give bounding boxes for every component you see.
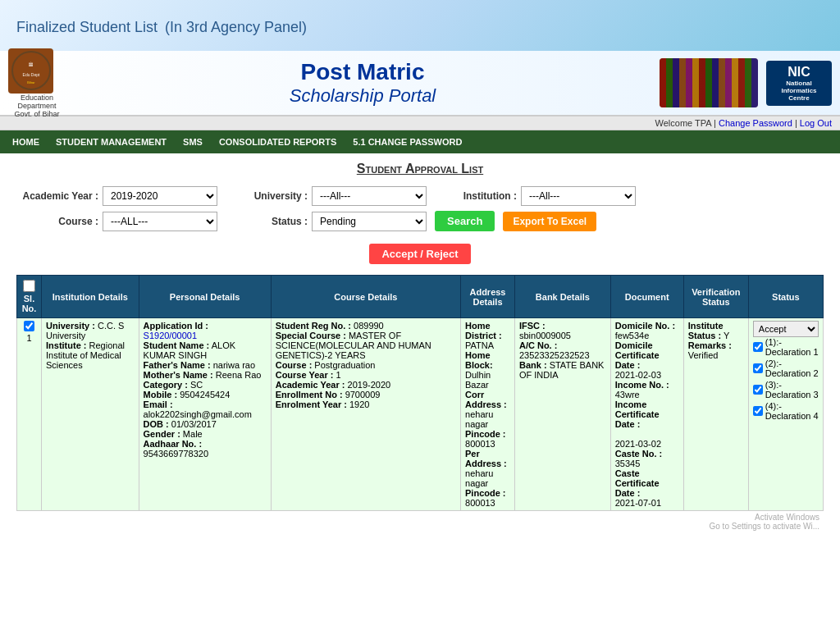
nic-logo: NIC National Informatics Centre [766,61,832,106]
status-group: Status : Pending Approved Rejected [226,212,427,231]
header-center: Post Matric Scholarship Portal [66,59,660,107]
declaration-item: (2):- Declaration 2 [753,358,819,378]
verification-cell: InstituteStatus : Y Remarks :Verified [683,318,748,511]
status-select[interactable]: Pending Approved Rejected [312,212,427,231]
nav-sms[interactable]: SMS [175,133,211,151]
svg-text:Bihar: Bihar [27,80,35,84]
declaration-item: (1):- Declaration 1 [753,337,819,357]
th-institution: Institution Details [42,276,139,318]
status-label: Status : [226,216,308,227]
logout-link[interactable]: Log Out [800,118,832,128]
institution-group: Institution : ---All--- [435,186,636,206]
svg-text:Edu Dept: Edu Dept [22,72,39,77]
institution-label: Institution : [435,190,517,202]
page-title: Finalized Student List (In 3rd Agency Pa… [16,8,824,39]
status-cell: AcceptReject (1):- Declaration 1 (2):- D… [748,318,823,511]
filter-row-2: Course : ---ALL--- Status : Pending Appr… [16,211,824,231]
university-select[interactable]: ---All--- [312,186,427,206]
filter-row-1: Academic Year : 2019-2020 2018-2019 2020… [16,186,824,206]
nav-bar: HOME STUDENT MANAGEMENT SMS CONSOLIDATED… [0,130,840,153]
th-course: Course Details [271,276,460,318]
academic-year-label: Academic Year : [16,190,98,202]
row-checkbox-cell: 1 [17,318,42,511]
portal-header: 🏛 Edu Dept Bihar Education Department Go… [0,51,840,116]
th-verification: Verification Status [683,276,748,318]
app-id[interactable]: S1920/00001 [144,331,197,340]
university-label: University : [226,190,308,202]
status-dropdown[interactable]: AcceptReject [753,321,819,337]
declaration-item: (4):- Declaration 4 [753,401,819,421]
student-table: Sl. No. Institution Details Personal Det… [16,275,824,511]
declaration-checkbox[interactable] [753,406,763,416]
welcome-bar: Welcome TPA | Change Password | Log Out [0,116,840,130]
select-all-checkbox[interactable] [23,280,35,292]
row-checkbox[interactable] [24,321,34,331]
change-password-link[interactable]: Change Password [719,118,792,128]
filter-form: Academic Year : 2019-2020 2018-2019 2020… [16,186,824,231]
table-row: 1 University : C.C. S University Institu… [17,318,824,511]
institution-select[interactable]: ---All--- [521,186,636,206]
university-group: University : ---All--- [226,186,427,206]
nav-home[interactable]: HOME [4,133,48,151]
declaration-label: (2):- Declaration 2 [765,358,819,378]
declaration-label: (3):- Declaration 3 [765,380,819,399]
portal-subtitle: Scholarship Portal [66,85,660,107]
th-status: Status [748,276,823,318]
th-bank: Bank Details [514,276,610,318]
declaration-label: (4):- Declaration 4 [765,401,819,421]
course-select[interactable]: ---ALL--- [103,212,217,231]
nav-consolidated-reports[interactable]: CONSOLIDATED REPORTS [211,133,345,151]
svg-text:🏛: 🏛 [29,62,34,67]
section-title: Student Approval List [16,162,824,176]
declaration-checkbox[interactable] [753,363,763,373]
portal-title: Post Matric [66,59,660,85]
search-button[interactable]: Search [435,211,495,231]
th-address: Address Details [461,276,515,318]
course-group: Course : ---ALL--- [16,212,217,231]
document-cell: Domicile No. : few534e Domicile Certific… [610,318,683,511]
institution-cell: University : C.C. S University Institute… [42,318,139,511]
bank-cell: IFSC :sbin0009005 A/C No. :2352332523252… [514,318,610,511]
declaration-label: (1):- Declaration 1 [765,337,819,357]
nav-student-management[interactable]: STUDENT MANAGEMENT [48,133,175,151]
th-personal: Personal Details [139,276,271,318]
sl-no: 1 [26,333,31,343]
page-title-bar: Finalized Student List (In 3rd Agency Pa… [0,0,840,51]
declaration-checkbox[interactable] [753,385,763,395]
logo-area: 🏛 Edu Dept Bihar Education Department Go… [8,48,66,118]
th-checkbox: Sl. No. [17,276,42,318]
address-cell: Home District :PATNA Home Block:Dulhin B… [461,318,515,511]
main-content: Student Approval List Academic Year : 20… [0,153,840,541]
export-button[interactable]: Export To Excel [503,212,596,231]
logo-text: Education Department Govt. of Bihar [8,94,66,118]
declaration-checkbox[interactable] [753,342,763,352]
course-cell: Student Reg No. : 089990 Special Course … [271,318,460,511]
academic-year-group: Academic Year : 2019-2020 2018-2019 2020… [16,186,217,206]
personal-cell: Application Id : S1920/00001 Student Nam… [139,318,271,511]
accept-reject-button[interactable]: Accept / Reject [369,244,470,264]
declaration-item: (3):- Declaration 3 [753,380,819,399]
accept-reject-row: Accept / Reject [16,240,824,268]
course-label: Course : [16,216,98,227]
logo-image: 🏛 Edu Dept Bihar [8,48,53,94]
th-document: Document [610,276,683,318]
watermark: Activate Windows Go to Settings to activ… [16,511,824,532]
header-right: NIC National Informatics Centre [660,58,832,107]
academic-year-select[interactable]: 2019-2020 2018-2019 2020-2021 [103,186,217,206]
books-decoration [660,58,758,107]
nav-change-password[interactable]: 5.1 CHANGE PASSWORD [345,133,470,151]
